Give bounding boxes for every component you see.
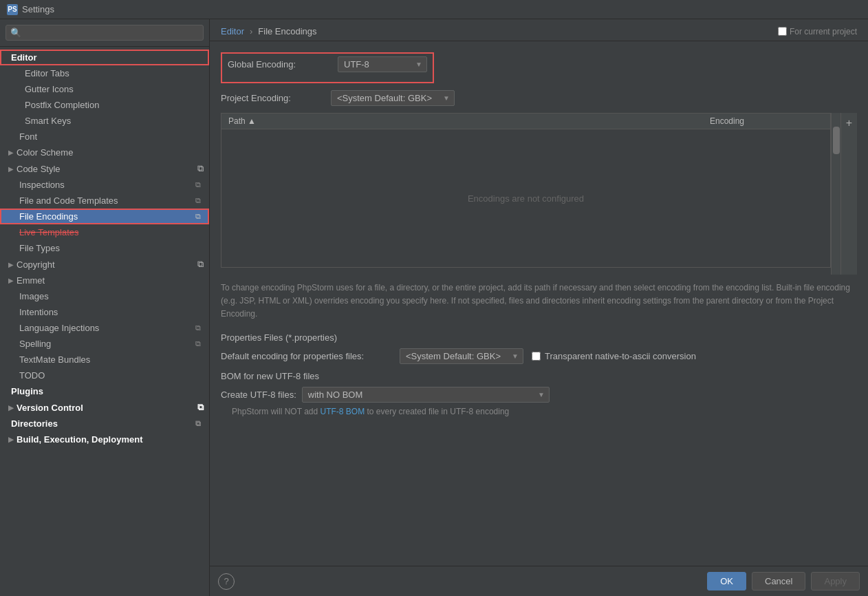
expand-icon: ▶ bbox=[8, 261, 14, 268]
search-input[interactable] bbox=[24, 28, 199, 38]
properties-encoding-row: Default encoding for properties files: <… bbox=[221, 348, 857, 364]
copy-icon: ⧉ bbox=[197, 402, 204, 413]
properties-section-title: Properties Files (*.properties) bbox=[221, 332, 857, 343]
sidebar-item-images[interactable]: Images bbox=[0, 288, 209, 304]
sidebar-item-live-templates[interactable]: Live Templates bbox=[0, 224, 209, 240]
sidebar-item-label: Code Style bbox=[17, 164, 197, 174]
sidebar-item-editor[interactable]: Editor bbox=[0, 50, 209, 65]
table-body: Encodings are not configured bbox=[221, 129, 830, 267]
copy-icon: ⧉ bbox=[197, 259, 204, 270]
search-icon: 🔍 bbox=[10, 28, 21, 38]
sidebar-item-spelling[interactable]: Spelling ⧉ bbox=[0, 336, 209, 352]
expand-icon: ▶ bbox=[8, 165, 14, 173]
help-button[interactable]: ? bbox=[218, 573, 235, 590]
bom-info-text: PhpStorm will NOT add bbox=[232, 407, 321, 416]
sidebar-item-file-encodings[interactable]: File Encodings ⧉ bbox=[0, 209, 209, 224]
project-encoding-value: <System Default: GBK> bbox=[337, 93, 432, 103]
encoding-info-text: To change encoding PhpStorm uses for a f… bbox=[221, 281, 857, 321]
sidebar-item-build-execution[interactable]: ▶ Build, Execution, Deployment bbox=[0, 432, 209, 447]
ok-button[interactable]: OK bbox=[707, 572, 746, 590]
sidebar-item-font[interactable]: Font bbox=[0, 129, 209, 145]
sidebar-item-label: TextMate Bundles bbox=[19, 354, 201, 365]
sidebar-item-label: Postfix Completion bbox=[25, 100, 201, 110]
encoding-table: Path ▲ Encoding Encodings are not config… bbox=[221, 113, 831, 268]
sidebar-item-file-code-templates[interactable]: File and Code Templates ⧉ bbox=[0, 193, 209, 209]
sidebar-item-label: Spelling bbox=[19, 339, 191, 349]
sidebar-item-editor-tabs[interactable]: Editor Tabs bbox=[0, 65, 209, 81]
path-col-label: Path ▲ bbox=[228, 116, 256, 126]
global-encoding-value: UTF-8 bbox=[344, 59, 369, 70]
project-encoding-label: Project Encoding: bbox=[221, 93, 331, 103]
copy-icon: ⧉ bbox=[195, 419, 201, 428]
sidebar-item-todo[interactable]: TODO bbox=[0, 368, 209, 383]
sidebar-item-label: Gutter Icons bbox=[25, 84, 201, 94]
transparent-label: Transparent native-to-ascii conversion bbox=[545, 351, 696, 361]
dropdown-arrow: ▼ bbox=[538, 391, 545, 398]
sidebar-item-file-types[interactable]: File Types bbox=[0, 240, 209, 256]
scrollbar-thumb bbox=[833, 127, 840, 154]
breadcrumb-current: File Encodings bbox=[258, 26, 316, 36]
expand-icon: ▶ bbox=[8, 149, 14, 156]
search-wrap[interactable]: 🔍 bbox=[6, 25, 204, 41]
bom-info-text-end: to every created file in UTF-8 encoding bbox=[365, 407, 509, 416]
expand-icon: ▶ bbox=[8, 436, 14, 443]
properties-section: Properties Files (*.properties) Default … bbox=[221, 332, 857, 364]
sidebar-item-label: File Encodings bbox=[19, 211, 191, 222]
sidebar-item-label: Plugins bbox=[11, 386, 201, 396]
copy-icon: ⧉ bbox=[195, 180, 201, 189]
dropdown-arrow: ▼ bbox=[443, 94, 450, 102]
sidebar-item-label: File Types bbox=[19, 243, 201, 253]
sidebar-item-textmate-bundles[interactable]: TextMate Bundles bbox=[0, 352, 209, 368]
table-empty-text: Encodings are not configured bbox=[468, 193, 584, 204]
sidebar-item-label: Version Control bbox=[17, 403, 197, 413]
sidebar-item-directories[interactable]: Directories ⧉ bbox=[0, 416, 209, 432]
bom-dropdown[interactable]: with NO BOM ▼ bbox=[302, 387, 550, 403]
title-bar: PS Settings bbox=[0, 0, 868, 19]
sidebar-item-label: Emmet bbox=[17, 275, 45, 286]
sidebar-item-label: Intentions bbox=[19, 307, 201, 317]
encoding-table-container: Path ▲ Encoding Encodings are not config… bbox=[221, 113, 857, 275]
sidebar-item-version-control[interactable]: ▶ Version Control ⧉ bbox=[0, 399, 209, 416]
bom-info-link: UTF-8 BOM bbox=[321, 407, 365, 416]
for-current-project-label: For current project bbox=[790, 27, 857, 36]
properties-encoding-label: Default encoding for properties files: bbox=[221, 351, 400, 361]
sidebar-item-copyright[interactable]: ▶ Copyright ⧉ bbox=[0, 256, 209, 273]
sidebar-item-language-injections[interactable]: Language Injections ⧉ bbox=[0, 320, 209, 336]
transparent-checkbox[interactable] bbox=[532, 352, 541, 361]
sidebar-item-code-style[interactable]: ▶ Code Style ⧉ bbox=[0, 160, 209, 177]
sidebar-item-emmet[interactable]: ▶ Emmet bbox=[0, 273, 209, 288]
app-icon: PS bbox=[7, 4, 18, 15]
table-col-encoding: Encoding bbox=[624, 114, 830, 129]
expand-icon: ▶ bbox=[8, 404, 14, 412]
cancel-button[interactable]: Cancel bbox=[752, 572, 805, 590]
sidebar-item-postfix-completion[interactable]: Postfix Completion bbox=[0, 97, 209, 113]
bottom-buttons: OK Cancel Apply bbox=[707, 572, 860, 590]
properties-encoding-dropdown[interactable]: <System Default: GBK> ▼ bbox=[400, 348, 523, 364]
copy-icon: ⧉ bbox=[197, 163, 204, 174]
sidebar-item-color-scheme[interactable]: ▶ Color Scheme bbox=[0, 145, 209, 160]
expand-icon: ▶ bbox=[8, 277, 14, 284]
window-title: Settings bbox=[22, 4, 54, 14]
right-panel: Editor › File Encodings For current proj… bbox=[210, 19, 868, 596]
sidebar-item-label: Copyright bbox=[17, 259, 197, 270]
table-scrollbar[interactable] bbox=[831, 113, 840, 275]
sidebar-item-label: Language Injections bbox=[19, 323, 191, 333]
sidebar-item-gutter-icons[interactable]: Gutter Icons bbox=[0, 81, 209, 97]
sidebar-item-inspections[interactable]: Inspections ⧉ bbox=[0, 177, 209, 193]
dropdown-arrow: ▼ bbox=[512, 352, 519, 360]
project-encoding-dropdown[interactable]: <System Default: GBK> ▼ bbox=[331, 90, 455, 106]
copy-icon: ⧉ bbox=[195, 323, 201, 332]
breadcrumb-separator: › bbox=[250, 26, 252, 36]
apply-button[interactable]: Apply bbox=[811, 572, 860, 590]
panel-header: Editor › File Encodings For current proj… bbox=[210, 19, 868, 41]
sidebar-item-label: Live Templates bbox=[19, 227, 201, 237]
sidebar-item-intentions[interactable]: Intentions bbox=[0, 304, 209, 320]
add-path-button[interactable]: + bbox=[840, 113, 857, 275]
global-encoding-dropdown[interactable]: UTF-8 ▼ bbox=[338, 56, 427, 72]
create-utf-row: Create UTF-8 files: with NO BOM ▼ bbox=[221, 387, 857, 403]
for-current-project-checkbox[interactable] bbox=[778, 27, 787, 36]
sidebar-item-plugins[interactable]: Plugins bbox=[0, 383, 209, 399]
sidebar: 🔍 Editor Editor Tabs Gutter Icons Postfi… bbox=[0, 19, 210, 596]
sidebar-item-smart-keys[interactable]: Smart Keys bbox=[0, 113, 209, 129]
panel-body: Global Encoding: UTF-8 ▼ Project Encodin… bbox=[210, 41, 868, 566]
